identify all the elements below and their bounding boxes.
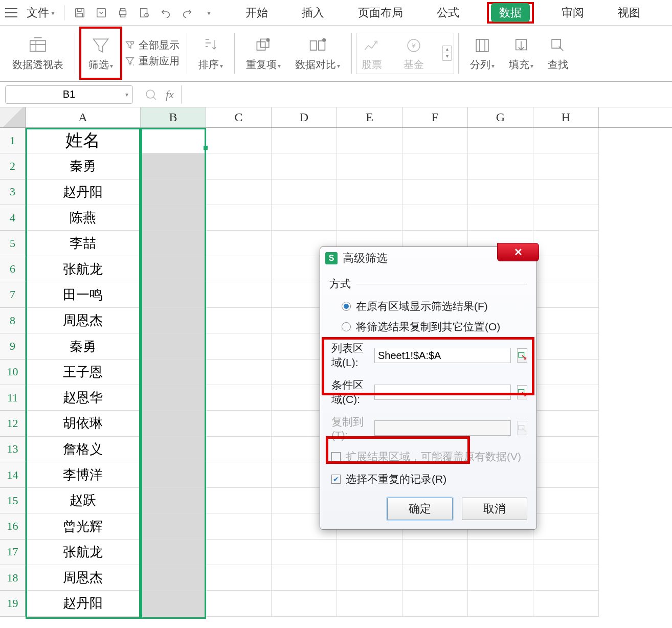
- row-header[interactable]: 14: [0, 462, 26, 488]
- cell[interactable]: 赵丹阳: [26, 591, 141, 616]
- cell[interactable]: 田一鸣: [26, 282, 141, 308]
- cell[interactable]: [533, 282, 599, 308]
- cell[interactable]: [272, 153, 337, 179]
- col-header-A[interactable]: A: [26, 107, 141, 127]
- cell[interactable]: 秦勇: [26, 153, 141, 179]
- cell[interactable]: [337, 205, 402, 231]
- cell[interactable]: [141, 231, 206, 256]
- cell[interactable]: [206, 333, 272, 359]
- save-as-icon[interactable]: [95, 7, 107, 19]
- cell[interactable]: [141, 462, 206, 488]
- row-header[interactable]: 8: [0, 308, 26, 333]
- save-icon[interactable]: [74, 7, 86, 19]
- cell[interactable]: [141, 128, 206, 153]
- cell[interactable]: [206, 462, 272, 488]
- data-compare-button[interactable]: 数据对比▾: [288, 28, 347, 78]
- cell[interactable]: 周恩杰: [26, 308, 141, 333]
- tab-review[interactable]: 审阅: [555, 2, 590, 24]
- cell[interactable]: [468, 180, 533, 205]
- cell[interactable]: [468, 565, 533, 591]
- cell[interactable]: [272, 180, 337, 205]
- tab-start[interactable]: 开始: [239, 2, 274, 24]
- cell[interactable]: 王子恩: [26, 360, 141, 385]
- cell[interactable]: [206, 153, 272, 179]
- col-header-G[interactable]: G: [468, 107, 533, 127]
- list-range-picker-button[interactable]: [517, 348, 527, 363]
- cell[interactable]: [141, 385, 206, 411]
- cell[interactable]: [533, 205, 599, 231]
- row-header[interactable]: 7: [0, 282, 26, 308]
- row-header[interactable]: 12: [0, 411, 26, 436]
- cell[interactable]: [402, 153, 468, 179]
- row-header[interactable]: 2: [0, 153, 26, 179]
- cell[interactable]: [533, 333, 599, 359]
- cell[interactable]: [533, 540, 599, 565]
- cell[interactable]: [533, 153, 599, 179]
- duplicates-button[interactable]: 重复项▾: [239, 28, 288, 78]
- cell[interactable]: [272, 128, 337, 153]
- cell[interactable]: 秦勇: [26, 333, 141, 359]
- print-preview-icon[interactable]: [138, 7, 150, 19]
- cancel-button[interactable]: 取消: [462, 498, 527, 520]
- cell[interactable]: [533, 411, 599, 436]
- cell[interactable]: [468, 540, 533, 565]
- cell[interactable]: [533, 591, 599, 616]
- cell[interactable]: [141, 153, 206, 179]
- cell[interactable]: [533, 308, 599, 333]
- list-range-input[interactable]: [374, 348, 511, 363]
- cell[interactable]: [141, 256, 206, 282]
- fund-button[interactable]: ¥ 基金: [400, 35, 427, 72]
- cell[interactable]: [206, 411, 272, 436]
- close-button[interactable]: ✕: [497, 243, 539, 261]
- cell[interactable]: [206, 437, 272, 462]
- name-box[interactable]: B1 ▾: [5, 85, 133, 104]
- row-header[interactable]: 11: [0, 385, 26, 411]
- fill-button[interactable]: 填充▾: [502, 28, 541, 78]
- cell[interactable]: [272, 565, 337, 591]
- cell[interactable]: [141, 180, 206, 205]
- cell[interactable]: [272, 540, 337, 565]
- cell[interactable]: [206, 128, 272, 153]
- cell[interactable]: [533, 128, 599, 153]
- cell[interactable]: [206, 256, 272, 282]
- cell[interactable]: 胡依琳: [26, 411, 141, 436]
- cell[interactable]: [402, 540, 468, 565]
- cell[interactable]: [533, 385, 599, 411]
- cell[interactable]: [402, 591, 468, 616]
- cell[interactable]: [206, 205, 272, 231]
- cell[interactable]: [141, 488, 206, 513]
- cell[interactable]: [533, 513, 599, 539]
- undo-icon[interactable]: [160, 7, 172, 19]
- text-to-columns-button[interactable]: 分列▾: [463, 28, 502, 78]
- cell[interactable]: [206, 540, 272, 565]
- cell[interactable]: 曾光辉: [26, 513, 141, 539]
- criteria-range-picker-button[interactable]: [517, 385, 527, 399]
- cell[interactable]: [141, 565, 206, 591]
- show-all-button[interactable]: 全部显示: [125, 38, 180, 52]
- row-header[interactable]: 1: [0, 128, 26, 153]
- cell[interactable]: [141, 333, 206, 359]
- cell[interactable]: 姓名: [26, 128, 141, 153]
- cell[interactable]: [206, 565, 272, 591]
- cell[interactable]: [402, 180, 468, 205]
- col-header-C[interactable]: C: [206, 107, 272, 127]
- cell[interactable]: [206, 385, 272, 411]
- cell[interactable]: [468, 153, 533, 179]
- cell[interactable]: 赵恩华: [26, 385, 141, 411]
- file-menu[interactable]: 文件 ▾: [21, 5, 60, 20]
- cell[interactable]: [141, 308, 206, 333]
- cell[interactable]: [337, 591, 402, 616]
- cell[interactable]: [468, 205, 533, 231]
- cell[interactable]: [206, 591, 272, 616]
- cell[interactable]: [337, 565, 402, 591]
- cell[interactable]: [402, 205, 468, 231]
- cell[interactable]: [206, 488, 272, 513]
- print-icon[interactable]: [117, 7, 129, 19]
- row-header[interactable]: 17: [0, 540, 26, 565]
- selection-handle[interactable]: [204, 146, 208, 150]
- filter-button[interactable]: 筛选▾: [79, 27, 122, 80]
- cell[interactable]: [141, 540, 206, 565]
- cell[interactable]: [533, 488, 599, 513]
- unique-checkbox-row[interactable]: ✔ 选择不重复的记录(R): [329, 468, 527, 490]
- tab-layout[interactable]: 页面布局: [352, 2, 409, 24]
